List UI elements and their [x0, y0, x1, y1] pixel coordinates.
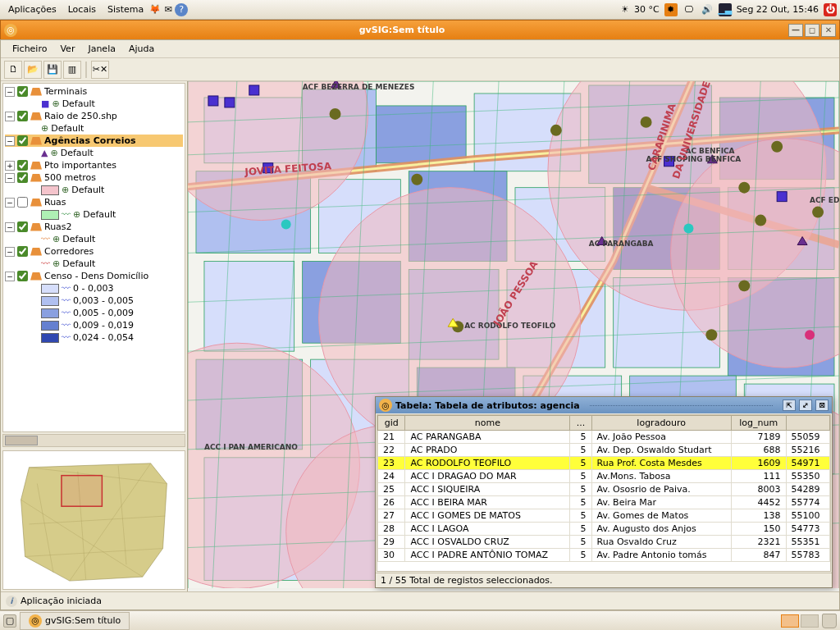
table-row[interactable]: 29ACC I OSVALDO CRUZ5Rua Osvaldo Cruz232… — [378, 536, 830, 549]
minimize-button[interactable]: — — [788, 24, 803, 37]
menu-help[interactable]: Ajuda — [124, 42, 159, 56]
export-button[interactable]: ▥ — [63, 61, 81, 79]
close-subwin-button[interactable]: ⊠ — [815, 399, 829, 411]
workspace-switcher[interactable] — [781, 614, 819, 628]
help-icon[interactable]: ? — [175, 3, 188, 16]
clock[interactable]: Seg 22 Out, 15:46 — [737, 4, 819, 15]
attribute-table-titlebar[interactable]: ◎ Tabela: Tabela de atributos: agencia ⇱… — [376, 397, 832, 413]
layer-style-row[interactable]: ⊕ Default — [5, 184, 183, 196]
menu-view[interactable]: Ver — [55, 42, 80, 56]
layer-row[interactable]: −500 metros — [5, 171, 183, 184]
maximize-button[interactable]: ◻ — [805, 24, 819, 37]
table-cell: 138 — [731, 509, 786, 523]
table-row[interactable]: 23AC RODOLFO TEOFILO5Rua Prof. Costa Mes… — [378, 457, 830, 470]
expand-icon[interactable]: + — [5, 161, 15, 171]
layer-style-row[interactable]: ▲ ⊕ Default — [5, 147, 183, 159]
tray-monitor-icon[interactable]: 🖵 — [682, 3, 696, 16]
layer-row[interactable]: −Agências Correios — [5, 135, 183, 147]
layer-style-row[interactable]: 〰 ⊕ Default — [5, 233, 183, 245]
show-desktop-icon[interactable]: ▢ — [3, 614, 16, 628]
open-button[interactable]: 📂 — [24, 61, 42, 79]
table-row[interactable]: 26ACC I BEIRA MAR5Av. Beira Mar445255774 — [378, 496, 830, 509]
maximize-subwin-button[interactable]: ⤢ — [799, 399, 812, 411]
taskbar-app-button[interactable]: ◎ gvSIG:Sem título — [20, 612, 130, 630]
layer-row[interactable]: −Censo - Dens Domicílio — [5, 270, 183, 282]
layer-checkbox[interactable] — [17, 135, 28, 146]
new-button[interactable]: 🗋 — [4, 61, 22, 79]
layer-style-row[interactable]: 〰 ⊕ Default — [5, 208, 183, 221]
attribute-table-grid[interactable]: gidnome...logradourolog_num21AC PARANGAB… — [377, 414, 831, 572]
tray-icon-1[interactable]: ✹ — [664, 3, 678, 16]
tray-volume-icon[interactable]: 🔊 — [701, 3, 714, 16]
map-canvas[interactable]: ACF BEZERRA DE MENEZES AC RODOLFO TEOFIL… — [188, 81, 839, 591]
column-header[interactable]: gid — [378, 416, 405, 431]
table-row[interactable]: 22AC PRADO5Av. Dep. Oswaldo Studart68855… — [378, 444, 830, 457]
layer-style-row[interactable]: 〰 ⊕ Default — [5, 258, 183, 270]
mail-icon[interactable]: ✉ — [162, 3, 175, 16]
layer-icon — [30, 248, 42, 256]
os-menu-system[interactable]: Sistema — [103, 2, 148, 16]
layer-icon — [30, 112, 42, 121]
attribute-table-window[interactable]: ◎ Tabela: Tabela de atributos: agencia ⇱… — [375, 396, 833, 588]
layer-toc[interactable]: −Terminais■ ⊕ Default−Raio de 250.shp ⊕ … — [2, 83, 185, 432]
table-cell: 54773 — [786, 523, 829, 536]
overview-map[interactable] — [2, 450, 185, 590]
close-button[interactable]: ✕ — [821, 24, 836, 37]
layer-checkbox[interactable] — [17, 246, 28, 257]
table-row[interactable]: 28ACC I LAGOA5Av. Augusto dos Anjos15054… — [378, 523, 830, 536]
expand-icon[interactable]: − — [5, 198, 15, 208]
expand-icon[interactable]: − — [5, 272, 15, 281]
expand-icon[interactable]: − — [5, 247, 15, 257]
detach-button[interactable]: ⇱ — [783, 399, 796, 411]
table-cell: AC PARANGABA — [405, 431, 570, 444]
table-cell: 55350 — [786, 470, 829, 483]
column-header[interactable]: ... — [570, 416, 591, 431]
tray-sysmonitor-icon[interactable]: ▁▃ — [719, 3, 732, 16]
legend-row: 〰 0,003 - 0,005 — [5, 294, 183, 307]
firefox-icon[interactable]: 🦊 — [148, 3, 162, 16]
toc-scrollbar[interactable] — [2, 434, 185, 447]
os-menu-apps[interactable]: Aplicações — [3, 2, 62, 16]
layer-row[interactable]: −Ruas — [5, 196, 183, 208]
column-header[interactable] — [786, 416, 829, 431]
menu-file[interactable]: Ficheiro — [7, 42, 52, 56]
table-row[interactable]: 24ACC I DRAGAO DO MAR5Av.Mons. Tabosa111… — [378, 470, 830, 483]
layer-style-row[interactable]: ⊕ Default — [5, 122, 183, 135]
layer-checkbox[interactable] — [17, 86, 28, 97]
column-header[interactable]: log_num — [731, 416, 786, 431]
power-button[interactable]: ⏻ — [824, 3, 837, 16]
table-row[interactable]: 25ACC I SIQUEIRA5Av. Ososrio de Paiva.80… — [378, 483, 830, 496]
layer-checkbox[interactable] — [17, 172, 28, 183]
layer-checkbox[interactable] — [17, 111, 28, 121]
layer-style-row[interactable]: ■ ⊕ Default — [5, 98, 183, 110]
os-menu-places[interactable]: Locais — [63, 2, 101, 16]
save-button[interactable]: 💾 — [43, 61, 62, 79]
expand-icon[interactable]: − — [5, 222, 15, 232]
layer-checkbox[interactable] — [17, 271, 28, 281]
column-header[interactable]: logradouro — [591, 416, 731, 431]
table-cell: 22 — [378, 444, 405, 457]
svg-point-42 — [641, 116, 652, 128]
menu-window[interactable]: Janela — [83, 42, 121, 56]
os-bottom-panel: ▢ ◎ gvSIG:Sem título — [0, 610, 840, 630]
layer-row[interactable]: −Corredores — [5, 245, 183, 258]
table-cell: 30 — [378, 549, 405, 562]
layer-row[interactable]: −Terminais — [5, 85, 183, 98]
table-row[interactable]: 30ACC I PADRE ANTÔNIO TOMAZ5Av. Padre An… — [378, 549, 830, 562]
layer-row[interactable]: +Pto importantes — [5, 159, 183, 171]
expand-icon[interactable]: − — [5, 136, 15, 146]
layer-row[interactable]: −Raio de 250.shp — [5, 110, 183, 122]
expand-icon[interactable]: − — [5, 173, 15, 183]
column-header[interactable]: nome — [405, 416, 570, 431]
layer-row[interactable]: −Ruas2 — [5, 221, 183, 233]
table-row[interactable]: 27ACC I GOMES DE MATOS5Av. Gomes de Mato… — [378, 509, 830, 523]
prefs-button[interactable]: ✂✕ — [91, 61, 109, 79]
expand-icon[interactable]: − — [5, 112, 15, 121]
expand-icon[interactable]: − — [5, 87, 15, 97]
layer-checkbox[interactable] — [17, 221, 28, 232]
table-row[interactable]: 21AC PARANGABA5Av. João Pessoa718955059 — [378, 431, 830, 444]
trash-icon[interactable] — [822, 614, 837, 628]
layer-checkbox[interactable] — [17, 160, 28, 171]
layer-icon — [30, 272, 42, 281]
layer-checkbox[interactable] — [17, 197, 28, 208]
